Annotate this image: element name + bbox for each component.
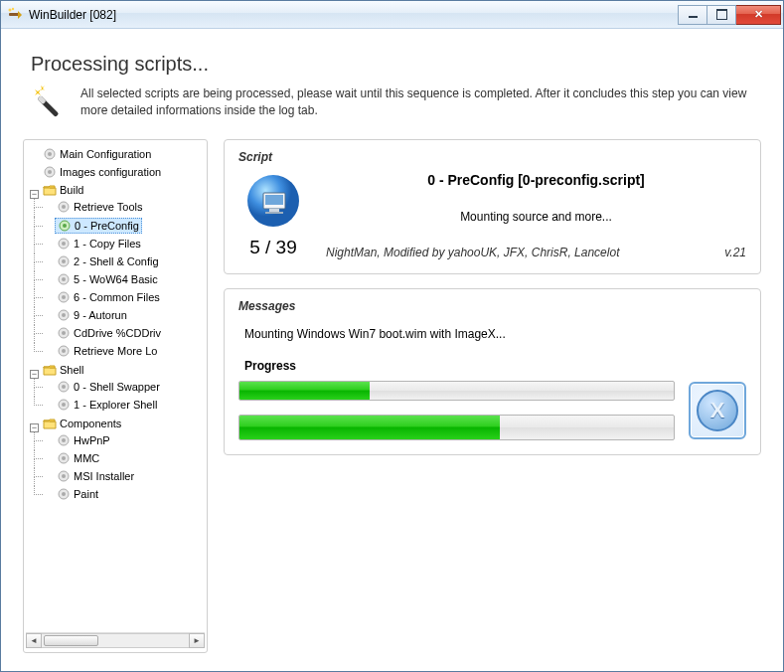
tree-item[interactable]: Images configuration [41,165,163,179]
maximize-button[interactable] [706,5,736,25]
gear-icon [57,326,71,340]
folder-icon [43,363,57,377]
tree-expander[interactable]: − [30,190,39,199]
message-text: Mounting Windows Win7 boot.wim with Imag… [244,327,746,341]
svg-point-35 [62,438,66,442]
gear-icon [57,344,71,358]
messages-panel: Messages Mounting Windows Win7 boot.wim … [224,288,761,455]
gear-green-icon [58,219,72,233]
svg-marker-4 [35,89,41,95]
svg-point-21 [62,277,66,281]
scroll-track[interactable] [42,633,189,648]
tree-item[interactable]: MSI Installer [55,469,136,483]
app-icon [7,7,23,23]
tree-item[interactable]: MMC [55,451,101,465]
tree-item[interactable]: 6 - Common Files [55,290,162,304]
svg-point-2 [9,8,12,11]
tree-item[interactable]: Build [41,183,85,197]
tree-item-label: 9 - Autorun [74,309,127,321]
tree-item[interactable]: Shell [41,363,85,377]
tree-item[interactable]: 0 - PreConfig [55,218,142,234]
gear-icon [57,433,71,447]
tree-item[interactable]: HwPnP [55,433,112,447]
svg-point-29 [62,349,66,353]
cancel-button[interactable]: X [689,382,746,439]
tree-item-label: Retrieve More Lo [74,345,157,357]
svg-rect-46 [265,212,283,214]
tree-expander[interactable]: − [30,423,39,432]
messages-panel-title: Messages [238,299,746,313]
tree-item[interactable]: Paint [55,487,100,501]
tree-item-label: Retrieve Tools [74,201,143,213]
progress-label: Progress [244,359,746,373]
svg-point-41 [62,492,66,496]
scroll-right-arrow[interactable]: ► [189,633,205,648]
gear-icon [57,380,71,394]
svg-marker-5 [41,85,45,90]
tree-item[interactable]: CdDrive %CDDriv [55,326,163,340]
tree-item-label: 5 - WoW64 Basic [74,273,158,285]
close-button[interactable] [735,5,781,25]
script-icon [245,173,301,229]
tree-panel: Main ConfigurationImages configuration−B… [23,139,208,653]
svg-point-13 [62,205,66,209]
svg-point-9 [48,152,52,156]
tree-item-label: MMC [74,452,99,464]
progress-bar-overall [238,415,675,440]
tree-item[interactable]: 5 - WoW64 Basic [55,272,160,286]
tree-item-label: Build [60,184,83,196]
tree-item[interactable]: Retrieve More Lo [55,344,159,358]
script-status: Mounting source and more... [326,210,746,224]
gear-icon [43,147,57,161]
folder-icon [43,417,57,430]
svg-point-3 [12,7,14,9]
svg-marker-1 [18,11,22,19]
tree-item[interactable]: Retrieve Tools [55,200,145,214]
tree-item-label: MSI Installer [74,470,134,482]
folder-icon [43,183,57,197]
tree-item[interactable]: 1 - Copy Files [55,237,143,251]
header-section: Processing scripts... All selected scrip… [23,45,761,139]
tree-item-label: HwPnP [74,434,110,446]
tree-item-label: 1 - Explorer Shell [74,399,157,411]
horizontal-scrollbar[interactable]: ◄ ► [26,632,205,648]
tree-scroll-area[interactable]: Main ConfigurationImages configuration−B… [26,146,205,632]
svg-rect-44 [265,195,283,205]
titlebar[interactable]: WinBuilder [082] [1,1,783,29]
gear-icon [57,487,71,501]
gear-icon [57,308,71,322]
scroll-left-arrow[interactable]: ◄ [26,633,42,648]
svg-point-25 [62,313,66,317]
gear-icon [57,200,71,214]
tree-item-label: 0 - Shell Swapper [74,381,160,393]
tree-item-label: Main Configuration [60,148,151,160]
minimize-button[interactable] [678,5,707,25]
tree-item[interactable]: 0 - Shell Swapper [55,380,162,394]
tree-item[interactable]: Components [41,417,123,430]
tree-item[interactable]: Main Configuration [41,147,153,161]
svg-point-15 [63,224,67,228]
gear-icon [43,165,57,179]
tree-expander[interactable]: − [30,370,39,379]
gear-icon [57,272,71,286]
tree-item-label: 6 - Common Files [74,291,160,303]
svg-point-23 [62,295,66,299]
tree-item[interactable]: 9 - Autorun [55,308,129,322]
tree-item-label: CdDrive %CDDriv [74,327,161,339]
tree-item-label: Components [60,418,121,429]
tree-item-label: 0 - PreConfig [75,220,139,232]
tree-item[interactable]: 2 - Shell & Config [55,254,161,268]
header-description: All selected scripts are being processed… [80,85,753,119]
svg-point-11 [48,170,52,174]
tree-item-label: Paint [74,488,98,500]
gear-icon [57,254,71,268]
tree-item-label: 2 - Shell & Config [74,255,159,267]
progress-bar-overall-fill [239,416,500,439]
svg-point-27 [62,331,66,335]
svg-rect-0 [9,13,19,16]
tree-item[interactable]: 1 - Explorer Shell [55,398,159,412]
scroll-thumb[interactable] [44,635,98,646]
svg-point-19 [62,259,66,263]
progress-bar-script [238,381,675,401]
script-version: v.21 [724,246,746,259]
